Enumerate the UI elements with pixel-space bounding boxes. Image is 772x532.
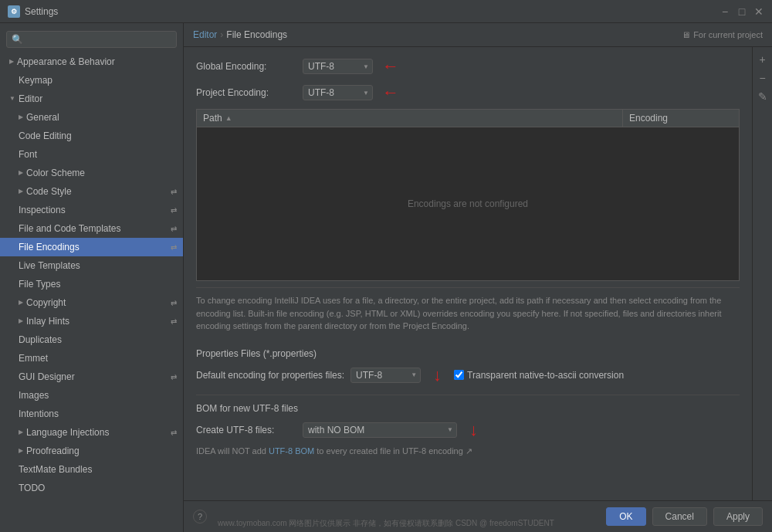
transparent-checkbox-wrapper: Transparent native-to-ascii conversion	[454, 370, 624, 381]
project-encoding-row: Project Encoding: UTF-8 UTF-16 ISO-8859-…	[196, 83, 740, 103]
minimize-button[interactable]: −	[720, 6, 730, 17]
add-button[interactable]: +	[755, 52, 770, 67]
default-encoding-select[interactable]: UTF-8 UTF-16 ISO-8859-1	[350, 368, 421, 383]
project-encoding-label: Project Encoding:	[196, 87, 296, 98]
sidebar-item-emmet[interactable]: Emmet	[0, 349, 183, 368]
sidebar-item-label: Images	[19, 388, 49, 402]
transparent-checkbox[interactable]	[454, 370, 464, 380]
create-utf8-label: Create UTF-8 files:	[196, 425, 296, 435]
sidebar-item-textmate[interactable]: TextMate Bundles	[0, 460, 183, 479]
bom-info-text2: to every created file in UTF-8 encoding	[314, 446, 463, 456]
title-bar: ⚙ Settings − □ ✕	[0, 0, 772, 23]
create-utf8-select[interactable]: with NO BOM with BOM with BOM if Windows	[303, 422, 457, 438]
sidebar-item-label: Copyright	[26, 296, 66, 310]
bom-info: IDEA will NOT add UTF-8 BOM to every cre…	[196, 446, 740, 456]
search-box	[0, 26, 183, 53]
sidebar-item-gui-designer[interactable]: GUI Designer ⇄	[0, 368, 183, 386]
sidebar-item-inlay-hints[interactable]: ▶ Inlay Hints ⇄	[0, 312, 183, 330]
search-input[interactable]	[6, 31, 177, 48]
properties-section-title: Properties Files (*.properties)	[196, 348, 740, 359]
bottom-right: OK Cancel Apply	[606, 507, 763, 526]
expand-arrow-icon: ▶	[9, 57, 14, 66]
sidebar-item-keymap[interactable]: Keymap	[0, 71, 183, 90]
sidebar-item-label: File Encodings	[19, 240, 80, 254]
sidebar-item-proofreading[interactable]: ▶ Proofreading	[0, 442, 183, 460]
maximize-button[interactable]: □	[736, 6, 747, 17]
annotation-arrow-1: ←	[382, 56, 399, 76]
sidebar-item-label: Proofreading	[26, 444, 80, 458]
app-icon: ⚙	[8, 5, 20, 18]
sidebar-item-label: File and Code Templates	[19, 222, 121, 236]
bom-info-link[interactable]: UTF-8 BOM	[269, 446, 314, 456]
global-encoding-select[interactable]: UTF-8 UTF-16 ISO-8859-1	[303, 59, 373, 74]
project-encoding-select[interactable]: UTF-8 UTF-16 ISO-8859-1	[303, 85, 373, 100]
expand-arrow-icon: ▶	[19, 187, 23, 196]
expand-arrow-icon: ▶	[19, 113, 23, 122]
global-encoding-row: Global Encoding: UTF-8 UTF-16 ISO-8859-1…	[196, 56, 740, 76]
sidebar-item-label: Code Editing	[19, 129, 72, 143]
expand-arrow-icon: ▶	[19, 298, 23, 307]
sidebar-item-code-editing[interactable]: Code Editing	[0, 127, 183, 145]
sidebar-item-todo[interactable]: TODO	[0, 479, 183, 497]
help-button[interactable]: ?	[193, 510, 207, 524]
sidebar-item-file-code-templates[interactable]: File and Code Templates ⇄	[0, 219, 183, 238]
sync-icon: ⇄	[171, 427, 177, 439]
sidebar-item-label: Live Templates	[19, 259, 80, 273]
sidebar-item-color-scheme[interactable]: ▶ Color Scheme	[0, 164, 183, 182]
sidebar-item-file-types[interactable]: File Types	[0, 275, 183, 293]
right-toolbar: + − ✎	[752, 47, 772, 500]
properties-section: Properties Files (*.properties) Default …	[196, 348, 740, 385]
for-current-project-label: For current project	[693, 30, 763, 39]
main-content: ▶ Appearance & Behavior Keymap ▼ Editor …	[0, 23, 772, 532]
breadcrumb-current: File Encodings	[226, 29, 287, 40]
annotation-arrow-4: ↓	[469, 420, 478, 440]
content-with-toolbar: Global Encoding: UTF-8 UTF-16 ISO-8859-1…	[184, 47, 772, 500]
settings-window: ⚙ Settings − □ ✕ ▶ Appearance & Behavior…	[0, 0, 772, 532]
external-link-icon[interactable]: ↗	[466, 446, 472, 456]
create-utf8-row: Create UTF-8 files: with NO BOM with BOM…	[196, 420, 740, 440]
sidebar-item-font[interactable]: Font	[0, 145, 183, 164]
breadcrumb-parent[interactable]: Editor	[193, 29, 217, 40]
sidebar-item-label: TextMate Bundles	[19, 463, 92, 476]
close-button[interactable]: ✕	[753, 6, 764, 17]
sidebar-item-label: Appearance & Behavior	[17, 55, 115, 69]
bom-section: BOM for new UTF-8 files Create UTF-8 fil…	[196, 395, 740, 456]
sync-icon: ⇄	[171, 371, 177, 383]
sidebar-item-general[interactable]: ▶ General	[0, 108, 183, 127]
apply-button[interactable]: Apply	[713, 507, 763, 526]
sidebar-item-label: GUI Designer	[19, 370, 75, 384]
window-title: Settings	[25, 6, 720, 17]
sidebar: ▶ Appearance & Behavior Keymap ▼ Editor …	[0, 23, 184, 532]
expand-arrow-icon: ▶	[19, 317, 23, 326]
sidebar-item-intentions[interactable]: Intentions	[0, 405, 183, 423]
sidebar-item-label: Inspections	[19, 203, 66, 217]
info-text: To change encoding IntelliJ IDEA uses fo…	[196, 287, 740, 339]
remove-button[interactable]: −	[755, 70, 770, 86]
sidebar-item-editor[interactable]: ▼ Editor	[0, 90, 183, 108]
default-encoding-row: Default encoding for properties files: U…	[196, 365, 740, 385]
for-current-project-toggle[interactable]: 🖥 For current project	[682, 30, 763, 39]
bottom-bar: ? OK Cancel Apply	[184, 500, 772, 532]
sidebar-item-label: Duplicates	[19, 333, 62, 347]
sync-icon: ⇄	[171, 242, 177, 253]
ok-button[interactable]: OK	[606, 507, 645, 526]
sync-icon: ⇄	[171, 297, 177, 309]
sidebar-item-language-injections[interactable]: ▶ Language Injections ⇄	[0, 423, 183, 442]
sidebar-item-label: Color Scheme	[26, 166, 85, 180]
sidebar-item-appearance[interactable]: ▶ Appearance & Behavior	[0, 53, 183, 71]
sidebar-item-live-templates[interactable]: Live Templates	[0, 256, 183, 275]
project-encoding-select-wrapper: UTF-8 UTF-16 ISO-8859-1	[303, 85, 373, 100]
sidebar-item-label: Inlay Hints	[26, 314, 69, 328]
default-encoding-label: Default encoding for properties files:	[196, 370, 344, 381]
sidebar-item-images[interactable]: Images	[0, 386, 183, 405]
sidebar-item-code-style[interactable]: ▶ Code Style ⇄	[0, 182, 183, 201]
sidebar-item-duplicates[interactable]: Duplicates	[0, 330, 183, 349]
edit-button[interactable]: ✎	[755, 89, 770, 104]
bom-section-title: BOM for new UTF-8 files	[196, 403, 740, 414]
sidebar-item-copyright[interactable]: ▶ Copyright ⇄	[0, 293, 183, 312]
cancel-button[interactable]: Cancel	[652, 507, 707, 526]
sidebar-item-inspections[interactable]: Inspections ⇄	[0, 201, 183, 219]
sync-icon: ⇄	[171, 316, 177, 327]
expand-arrow-icon: ▶	[19, 446, 23, 456]
sidebar-item-file-encodings[interactable]: File Encodings ⇄	[0, 238, 183, 256]
